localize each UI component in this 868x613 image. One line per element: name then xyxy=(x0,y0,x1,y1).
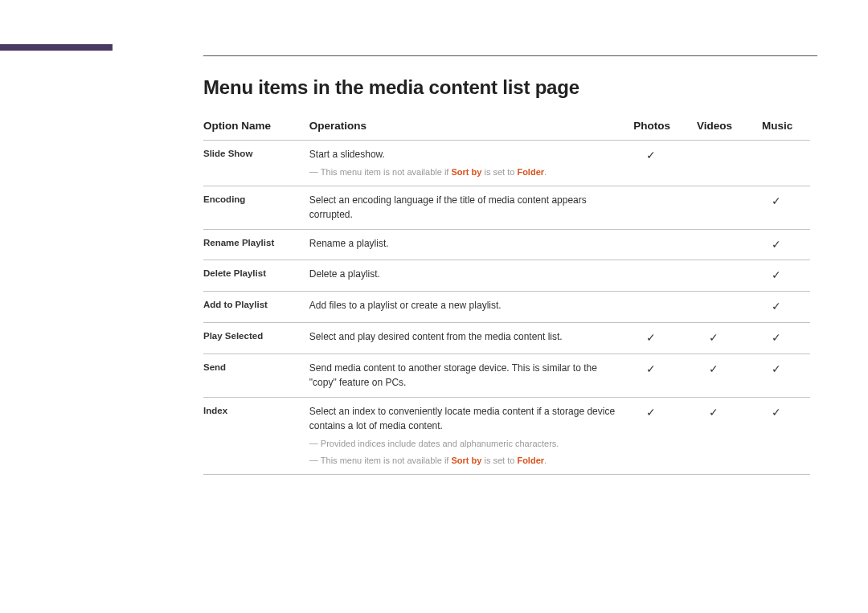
accent-bar xyxy=(0,44,113,51)
operations-cell: Delete a playlist. xyxy=(309,260,622,292)
check-music: ✓ xyxy=(747,397,810,474)
check-videos xyxy=(685,260,747,292)
menu-items-table: Option Name Operations Photos Videos Mus… xyxy=(203,113,810,475)
operations-text: Start a slideshow. xyxy=(309,149,385,160)
operations-cell: Select and play desired content from the… xyxy=(309,322,622,353)
table-row: Add to Playlist Add files to a playlist … xyxy=(203,292,810,323)
note-bold: Folder xyxy=(517,167,544,177)
operations-text: Rename a playlist. xyxy=(309,238,389,249)
table-row: Play Selected Select and play desired co… xyxy=(203,322,810,353)
check-music: ✓ xyxy=(747,292,810,323)
note-mid: is set to xyxy=(481,167,517,177)
check-music: ✓ xyxy=(747,260,810,292)
table-row: Index Select an index to conveniently lo… xyxy=(203,397,810,474)
note-line: This menu item is not available if Sort … xyxy=(309,166,617,179)
operations-text: Send media content to another storage de… xyxy=(309,362,597,389)
check-videos xyxy=(685,292,747,323)
table-row: Encoding Select an encoding language if … xyxy=(203,186,810,229)
check-music xyxy=(747,140,810,186)
check-music: ✓ xyxy=(747,229,810,260)
note-post: . xyxy=(544,167,547,177)
note-line: This menu item is not available if Sort … xyxy=(309,454,617,468)
option-name-cell: Play Selected xyxy=(203,322,309,353)
col-photos: Photos xyxy=(622,113,685,140)
note-pre: Provided indices include dates and alpha… xyxy=(321,439,559,448)
check-photos xyxy=(622,186,685,229)
check-photos: ✓ xyxy=(622,140,685,186)
check-videos xyxy=(685,140,747,186)
operations-text: Delete a playlist. xyxy=(309,268,380,280)
note-pre: This menu item is not available if xyxy=(321,456,452,465)
col-music: Music xyxy=(747,113,810,140)
option-name-cell: Delete Playlist xyxy=(203,260,309,292)
operations-cell: Rename a playlist. xyxy=(309,229,622,260)
note-line: Provided indices include dates and alpha… xyxy=(309,437,617,451)
note-post: . xyxy=(544,456,547,465)
note-bold: Sort by xyxy=(451,456,481,465)
col-option-name: Option Name xyxy=(203,113,309,140)
table-row: Send Send media content to another stora… xyxy=(203,353,810,397)
option-name-cell: Index xyxy=(203,397,309,474)
check-videos: ✓ xyxy=(685,322,747,353)
col-operations: Operations xyxy=(309,113,622,140)
check-photos xyxy=(622,229,685,260)
note-bold: Sort by xyxy=(451,167,481,177)
option-name-cell: Slide Show xyxy=(203,140,309,186)
content-region: Menu items in the media content list pag… xyxy=(203,76,817,475)
operations-text: Add files to a playlist or create a new … xyxy=(309,300,502,311)
operations-text: Select an encoding language if the title… xyxy=(309,194,587,221)
option-name-cell: Add to Playlist xyxy=(203,292,309,323)
operations-cell: Send media content to another storage de… xyxy=(309,353,622,397)
option-name-cell: Encoding xyxy=(203,186,309,229)
col-videos: Videos xyxy=(685,113,747,140)
check-music: ✓ xyxy=(747,353,810,397)
top-rule xyxy=(203,55,817,56)
page-title: Menu items in the media content list pag… xyxy=(203,76,817,99)
table-row: Rename Playlist Rename a playlist. ✓ xyxy=(203,229,810,260)
table-row: Slide Show Start a slideshow. This menu … xyxy=(203,140,810,186)
check-music: ✓ xyxy=(747,186,810,229)
operations-text: Select and play desired content from the… xyxy=(309,331,563,342)
operations-text: Select an index to conveniently locate m… xyxy=(309,406,615,432)
note-bold: Folder xyxy=(517,456,544,465)
check-photos: ✓ xyxy=(622,397,685,474)
operations-cell: Select an encoding language if the title… xyxy=(309,186,622,229)
check-photos xyxy=(622,260,685,292)
check-photos xyxy=(622,292,685,323)
check-videos xyxy=(685,229,747,260)
check-photos: ✓ xyxy=(622,353,685,397)
operations-cell: Select an index to conveniently locate m… xyxy=(309,397,622,474)
note-mid: is set to xyxy=(481,456,517,465)
check-music: ✓ xyxy=(747,322,810,353)
table-header-row: Option Name Operations Photos Videos Mus… xyxy=(203,113,810,140)
option-name-cell: Send xyxy=(203,353,309,397)
check-videos: ✓ xyxy=(685,353,747,397)
table-row: Delete Playlist Delete a playlist. ✓ xyxy=(203,260,810,292)
check-videos: ✓ xyxy=(685,397,747,474)
check-videos xyxy=(685,186,747,229)
operations-cell: Add files to a playlist or create a new … xyxy=(309,292,622,323)
note-pre: This menu item is not available if xyxy=(321,167,452,177)
operations-cell: Start a slideshow. This menu item is not… xyxy=(309,140,622,186)
option-name-cell: Rename Playlist xyxy=(203,229,309,260)
check-photos: ✓ xyxy=(622,322,685,353)
